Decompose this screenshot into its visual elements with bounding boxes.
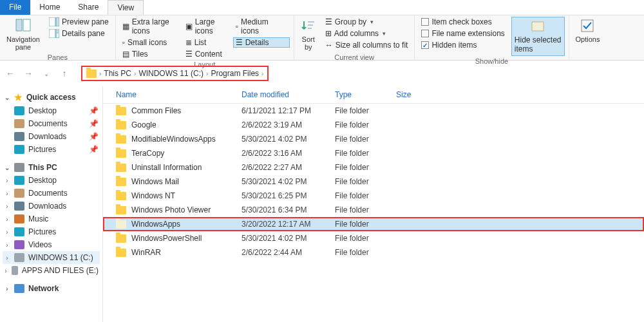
tree-quick-access[interactable]: ⌄★Quick access [3, 90, 100, 104]
file-row[interactable]: Uninstall Information2/6/2022 2:27 AMFil… [103, 160, 644, 175]
layout-large[interactable]: ▣Large icons [183, 17, 233, 36]
file-row[interactable]: WinRAR2/6/2022 2:44 AMFile folder [103, 245, 644, 260]
tree-item[interactable]: ›WINDOWS 11 (C:) [3, 251, 100, 264]
file-date: 2/6/2022 2:44 AM [242, 248, 335, 257]
preview-pane-button[interactable]: Preview pane [46, 17, 111, 27]
filename-ext-toggle[interactable]: File name extensions [419, 28, 507, 39]
tree-item[interactable]: ›Downloads [3, 200, 100, 213]
folder-icon [116, 192, 126, 200]
tree-item[interactable]: ›APPS AND FILES (E:) [3, 264, 100, 277]
recent-button[interactable]: ⌄ [39, 66, 54, 81]
tree-item[interactable]: Downloads📌 [3, 130, 100, 143]
col-type[interactable]: Type [335, 90, 396, 99]
file-date: 2/6/2022 3:19 AM [242, 120, 335, 129]
pin-icon: 📌 [89, 119, 99, 128]
expand-icon: › [4, 203, 10, 210]
tree-item[interactable]: ›Pictures [3, 225, 100, 238]
folder-type-icon [14, 132, 24, 141]
file-row[interactable]: Windows Mail5/30/2021 4:02 PMFile folder [103, 175, 644, 189]
layout-tiles[interactable]: ▤Tiles [120, 49, 183, 59]
item-check-boxes-toggle[interactable]: Item check boxes [419, 17, 507, 27]
layout-list[interactable]: ≣List [183, 37, 233, 48]
preview-pane-label: Preview pane [62, 17, 109, 26]
breadcrumb-item[interactable]: WINDOWS 11 (C:) [138, 69, 204, 78]
file-row[interactable]: Common Files6/11/2021 12:17 PMFile folde… [103, 104, 644, 118]
breadcrumb[interactable]: › This PC › WINDOWS 11 (C:) › Program Fi… [81, 66, 269, 81]
col-date[interactable]: Date modified [242, 90, 335, 99]
hide-icon [531, 19, 545, 35]
group-by-button[interactable]: ☰Group by▾ [323, 17, 411, 27]
file-row[interactable]: Google2/6/2022 3:19 AMFile folder [103, 118, 644, 132]
tree-item[interactable]: ›Music [3, 213, 100, 225]
layout-extra-large[interactable]: ▦Extra large icons [120, 17, 183, 36]
sort-by-button[interactable]: Sort by [298, 17, 319, 52]
folder-icon [116, 164, 126, 172]
hide-selected-button[interactable]: Hide selected items [511, 17, 565, 56]
tab-home[interactable]: Home [30, 0, 69, 15]
tab-view[interactable]: View [108, 0, 144, 15]
folder-type-icon [14, 189, 24, 198]
tree-network[interactable]: ›Network [3, 282, 100, 295]
group-options: Options [569, 15, 607, 60]
group-layout: ▦Extra large icons ▫Small icons ▤Tiles ▣… [116, 15, 294, 60]
tree-item[interactable]: ›Desktop [3, 174, 100, 187]
folder-type-icon [14, 119, 24, 128]
breadcrumb-item[interactable]: This PC [104, 69, 131, 78]
file-type: File folder [335, 177, 396, 186]
forward-button[interactable]: → [21, 66, 36, 81]
folder-icon [116, 220, 126, 229]
hidden-items-toggle[interactable]: Hidden items [419, 40, 507, 50]
file-row[interactable]: Windows NT5/30/2021 6:25 PMFile folder [103, 189, 644, 203]
tree-item[interactable]: ›Documents [3, 187, 100, 200]
file-name: WinRAR [131, 248, 161, 257]
svg-rect-2 [49, 17, 55, 26]
star-icon: ★ [14, 92, 23, 102]
file-row[interactable]: Windows Photo Viewer5/30/2021 6:34 PMFil… [103, 203, 644, 217]
tab-share[interactable]: Share [69, 0, 108, 15]
chevron-down-icon: ▾ [383, 30, 386, 37]
tree-item[interactable]: Pictures📌 [3, 143, 100, 156]
up-button[interactable]: ↑ [57, 66, 72, 81]
breadcrumb-item[interactable]: Program Files [211, 69, 259, 78]
expand-icon: › [4, 177, 10, 184]
back-button[interactable]: ← [3, 66, 18, 81]
hide-selected-label: Hide selected items [515, 35, 562, 53]
folder-icon [116, 234, 126, 243]
layout-details[interactable]: ☰Details [233, 37, 290, 48]
tree-item[interactable]: Desktop📌 [3, 104, 100, 117]
file-row[interactable]: WindowsPowerShell5/30/2021 4:02 PMFile f… [103, 231, 644, 245]
navigation-pane-button[interactable]: Navigation pane [4, 17, 43, 52]
file-date: 2/6/2022 3:16 AM [242, 149, 335, 158]
file-name: Uninstall Information [131, 163, 202, 172]
folder-icon [86, 70, 97, 78]
layout-content[interactable]: ☰Content [183, 49, 233, 59]
file-list: Name Date modified Type Size Common File… [103, 86, 644, 322]
size-columns-button[interactable]: ↔Size all columns to fit [323, 40, 411, 50]
group-show-hide: Item check boxes File name extensions Hi… [415, 15, 569, 60]
folder-icon [116, 107, 126, 115]
file-row[interactable]: TeraCopy2/6/2022 3:16 AMFile folder [103, 146, 644, 160]
file-type: File folder [335, 220, 396, 229]
layout-medium[interactable]: ▫Medium icons [233, 17, 290, 36]
tab-file[interactable]: File [0, 0, 30, 15]
folder-icon [116, 249, 126, 257]
col-size[interactable]: Size [396, 90, 448, 99]
folder-type-icon [14, 176, 24, 185]
expand-icon: › [4, 190, 10, 197]
expand-icon: › [4, 216, 10, 223]
details-icon: ☰ [236, 38, 243, 47]
expand-icon: › [4, 229, 10, 236]
layout-small[interactable]: ▫Small icons [120, 37, 183, 48]
options-button[interactable]: Options [573, 17, 603, 44]
details-pane-button[interactable]: Details pane [46, 28, 111, 39]
details-pane-icon [49, 29, 59, 38]
tree-item[interactable]: Documents📌 [3, 117, 100, 130]
col-name[interactable]: Name [116, 90, 242, 99]
file-row[interactable]: ModifiableWindowsApps5/30/2021 4:02 PMFi… [103, 132, 644, 146]
tree-item[interactable]: ›Videos [3, 238, 100, 251]
add-columns-button[interactable]: ⊞Add columns▾ [323, 28, 411, 39]
tree-this-pc[interactable]: ⌄This PC [3, 161, 100, 174]
chevron-right-icon: › [261, 70, 263, 77]
list-icon: ≣ [185, 38, 192, 47]
file-row[interactable]: WindowsApps3/20/2022 12:17 AMFile folder [103, 217, 644, 231]
